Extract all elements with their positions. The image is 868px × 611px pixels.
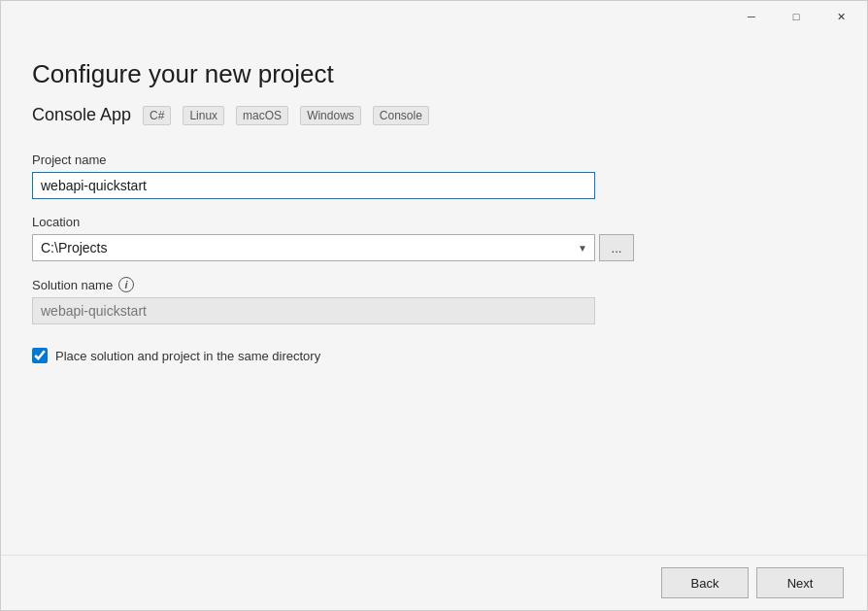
tag-macos: macOS — [236, 106, 288, 125]
tag-csharp: C# — [143, 106, 171, 125]
solution-name-group: Solution name i — [32, 277, 836, 324]
info-icon: i — [118, 277, 134, 292]
project-name-input[interactable] — [32, 172, 595, 199]
close-button[interactable]: ✕ — [818, 1, 863, 32]
tag-console: Console — [373, 106, 429, 125]
checkbox-row: Place solution and project in the same d… — [32, 348, 836, 363]
solution-name-label-row: Solution name i — [32, 277, 836, 292]
same-directory-checkbox[interactable] — [32, 348, 48, 363]
tag-windows: Windows — [300, 106, 361, 125]
browse-button[interactable]: ... — [599, 234, 634, 261]
minimize-button[interactable]: ─ — [729, 1, 774, 32]
location-row: C:\Projects ▼ ... — [32, 234, 836, 261]
app-type-row: Console App C# Linux macOS Windows Conso… — [32, 105, 836, 125]
solution-name-input[interactable] — [32, 297, 595, 324]
solution-name-label: Solution name — [32, 278, 113, 292]
window: ─ □ ✕ Configure your new project Console… — [0, 0, 868, 611]
content-area: Configure your new project Console App C… — [1, 32, 867, 555]
project-name-group: Project name — [32, 153, 836, 199]
location-select[interactable]: C:\Projects — [32, 234, 595, 261]
title-bar: ─ □ ✕ — [1, 1, 867, 32]
page-title: Configure your new project — [32, 59, 836, 89]
next-button[interactable]: Next — [756, 567, 844, 598]
back-button[interactable]: Back — [661, 567, 749, 598]
project-name-label: Project name — [32, 153, 836, 167]
footer: Back Next — [1, 555, 867, 610]
maximize-button[interactable]: □ — [774, 1, 818, 32]
location-label: Location — [32, 215, 836, 229]
tag-linux: Linux — [183, 106, 224, 125]
app-type-name: Console App — [32, 105, 131, 125]
location-select-wrapper: C:\Projects ▼ — [32, 234, 595, 261]
title-bar-controls: ─ □ ✕ — [729, 1, 863, 32]
same-directory-label[interactable]: Place solution and project in the same d… — [55, 349, 320, 363]
location-group: Location C:\Projects ▼ ... — [32, 215, 836, 261]
